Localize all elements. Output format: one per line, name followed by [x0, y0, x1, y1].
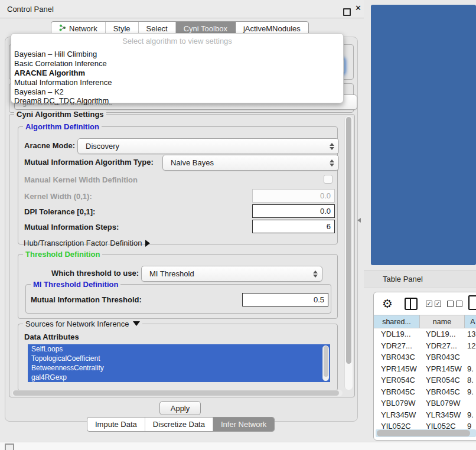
screen: { "window": {"title": "Control Panel", "… [0, 0, 476, 450]
table-row[interactable]: YER054CYER054C8. [374, 374, 476, 386]
dropdown-item[interactable]: Dream8 DC_TDC Algorithm [14, 96, 109, 105]
close-icon[interactable]: ✕ [355, 4, 361, 12]
settings-horizontal-scrollbar[interactable] [12, 390, 343, 396]
table-cell: 9. [465, 364, 476, 373]
list-vertical-scrollbar[interactable] [322, 345, 329, 381]
list-item[interactable]: TopologicalCoefficient [28, 354, 330, 363]
table-row[interactable]: YDL19...YDL19...13 [374, 328, 476, 340]
which-threshold-select[interactable]: MI Threshold [141, 266, 322, 282]
dropdown-item[interactable]: Bayesian – Hill Climbing [14, 50, 97, 58]
columns-icon[interactable] [405, 298, 418, 310]
apply-button[interactable]: Apply [159, 401, 201, 415]
table-cell: 8. [465, 376, 476, 384]
dropdown-item[interactable]: ARACNE Algorithm [14, 69, 85, 77]
select-all-columns-icon[interactable]: ✓ [435, 301, 441, 307]
table-row[interactable]: YBR043CYBR043C [374, 351, 476, 363]
mi-threshold-label: Mutual Information Threshold: [31, 295, 142, 304]
table-cell: 9. [465, 410, 476, 419]
tab-label: Style [113, 24, 131, 33]
collapse-down-icon [133, 321, 140, 326]
table-cell: YBL079W [374, 399, 420, 407]
table-panel-title: Table Panel [383, 275, 423, 283]
table-row[interactable]: YIL052CYIL052C9 [374, 420, 476, 429]
table-body: YDL19...YDL19...13YDR27...YDR27...12YBR0… [374, 328, 476, 429]
list-item[interactable]: gal4RGexp [28, 373, 330, 382]
tab-infer-network[interactable]: Infer Network [213, 418, 274, 431]
table-cell: YLR345W [374, 410, 420, 419]
sources-toggle[interactable]: Sources for Network Inference [23, 319, 142, 328]
scrollbar-thumb[interactable] [346, 117, 351, 364]
table-cell: YBR045C [374, 387, 420, 396]
settings-vertical-scrollbar[interactable] [344, 116, 353, 390]
table-row[interactable]: YBR045CYBR045C9. [374, 386, 476, 398]
table-row[interactable]: YPR145WYPR145W9. [374, 363, 476, 375]
table-cell: YBR045C [420, 387, 465, 396]
scrollbar-thumb[interactable] [377, 430, 470, 436]
table-panel: ⚙ ✓ ✓ shared... name A YDL19...YDL19...1… [373, 292, 476, 441]
scrollbar-thumb[interactable] [13, 390, 339, 396]
mi-threshold-field[interactable]: 0.5 [242, 293, 328, 306]
aracne-mode-select[interactable]: Discovery [77, 138, 339, 154]
float-window-icon[interactable] [343, 8, 351, 16]
table-row[interactable]: YLR345WYLR345W9. [374, 409, 476, 421]
table-cell: YDL19... [420, 330, 465, 338]
gear-icon[interactable]: ⚙ [382, 296, 393, 311]
cyni-bottom-tabs: Impute Data Discretize Data Infer Networ… [87, 417, 275, 432]
deselect-all-columns-icon[interactable] [447, 301, 454, 307]
hub-definition-toggle[interactable]: Hub/Transcription Factor Definition [24, 239, 150, 247]
table-cell: YDR27... [420, 341, 465, 350]
mi-threshold-group: MI Threshold Definition Mutual Informati… [25, 284, 331, 314]
column-header[interactable]: A [465, 315, 476, 328]
minimized-panel-icon[interactable] [5, 444, 14, 450]
table-cell: YPR145W [420, 364, 465, 373]
data-attributes-list[interactable]: SelfLoops TopologicalCoefficient Between… [28, 344, 330, 383]
control-panel-titlebar: Control Panel ✕ [0, 0, 364, 18]
expand-right-icon [145, 240, 150, 247]
tab-label: Network [69, 24, 97, 33]
mi-steps-field[interactable]: 6 [252, 220, 335, 233]
group-title: MI Threshold Definition [31, 280, 120, 289]
table-toolbar: ⚙ ✓ ✓ [374, 292, 476, 315]
table-cell: YER054C [374, 376, 420, 384]
tab-label: Select [146, 24, 168, 33]
dropdown-item[interactable]: Mutual Information Inference [14, 78, 112, 87]
kernel-width-value: 0.0 [320, 191, 331, 200]
aracne-mode-label: Aracne Mode: [24, 141, 75, 150]
sources-group: Sources for Network Inference Data Attri… [18, 324, 338, 391]
table-cell: YBR043C [374, 353, 420, 361]
table-cell: YIL052C [420, 422, 465, 429]
which-threshold-value: MI Threshold [149, 269, 194, 278]
select-all-columns-icon[interactable]: ✓ [426, 301, 432, 307]
deselect-all-columns-icon[interactable] [456, 301, 462, 307]
new-table-icon[interactable] [468, 295, 476, 310]
data-attributes-label: Data Attributes [24, 332, 79, 341]
list-item[interactable]: BetweennessCentrality [28, 363, 330, 373]
dropdown-item[interactable]: Basic Correlation Inference [14, 59, 107, 68]
table-horizontal-scrollbar[interactable] [376, 429, 476, 437]
kernel-width-field[interactable]: 0.0 [252, 189, 335, 203]
table-row[interactable]: YBL079WYBL079W [374, 397, 476, 409]
which-threshold-label: Which threshold to use: [51, 269, 139, 278]
table-cell: YLR345W [420, 410, 465, 419]
list-item[interactable]: SelfLoops [28, 344, 330, 354]
table-row[interactable]: YDR27...YDR27...12 [374, 340, 476, 352]
manual-kernel-label: Manual Kernel Width Definition [24, 175, 138, 184]
bottom-strip [0, 442, 476, 450]
scrollbar-thumb[interactable] [324, 346, 328, 377]
kernel-width-label: Kernel Width (0,1): [24, 192, 92, 201]
tab-impute-data[interactable]: Impute Data [87, 418, 145, 431]
dpi-tolerance-field[interactable]: 0.0 [252, 204, 335, 218]
column-header[interactable]: name [420, 315, 465, 328]
stepper-icon [313, 270, 318, 278]
dropdown-item[interactable]: Bayesian – K2 [14, 87, 64, 96]
tab-label: Impute Data [95, 420, 137, 429]
panel-collapse-arrow[interactable] [357, 218, 361, 223]
group-title: Algorithm Definition [23, 122, 102, 131]
column-header[interactable]: shared... [374, 315, 420, 328]
sources-title: Sources for Network Inference [25, 319, 129, 328]
manual-kernel-checkbox[interactable] [324, 175, 332, 184]
tab-discretize-data[interactable]: Discretize Data [145, 418, 213, 431]
mi-type-select[interactable]: Naive Bayes [162, 155, 339, 171]
dropdown-prompt: Select algorithm to view settings [11, 37, 343, 45]
mi-type-label: Mutual Information Algorithm Type: [24, 158, 154, 167]
